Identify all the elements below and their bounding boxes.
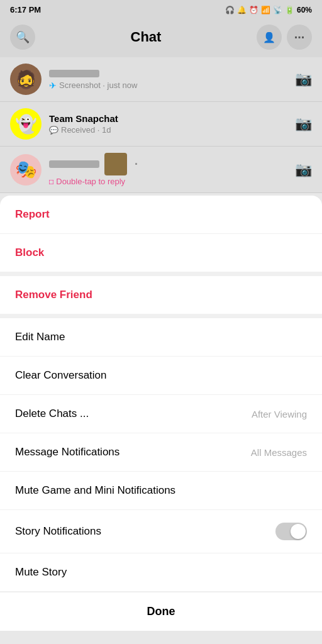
signal-icon: 📶 (261, 6, 270, 14)
top-nav: 🔍 Chat 👤 ··· (0, 19, 322, 57)
alarm-icon: ⏰ (249, 6, 258, 14)
time: 6:17 PM (10, 5, 41, 14)
chat-preview: ✈ Screenshot · just now (49, 80, 287, 91)
mute-story-menu-item[interactable]: Mute Story (0, 553, 322, 592)
story-notifications-toggle[interactable] (275, 523, 307, 540)
mute-game-menu-item[interactable]: Mute Game and Mini Notifications (0, 472, 322, 510)
block-menu-item[interactable]: Block (0, 234, 322, 272)
report-label: Report (15, 208, 50, 221)
more-icon: ··· (294, 30, 305, 45)
remove-friend-label: Remove Friend (15, 289, 92, 301)
message-notifications-value: All Messages (251, 447, 307, 458)
preview-text: Received · 1d (61, 125, 111, 135)
done-button[interactable]: Done (0, 592, 322, 631)
avatar: 👻 (10, 108, 42, 140)
status-bar: 6:17 PM 🎧 🔔 ⏰ 📶 📡 🔋 60% (0, 0, 322, 19)
chat-item[interactable]: 🎭 · □ Double-tap to reply 📷 (0, 147, 322, 193)
report-menu-item[interactable]: Report (0, 196, 322, 234)
done-label: Done (147, 605, 175, 618)
more-options-button[interactable]: ··· (287, 25, 312, 50)
blurred-name (49, 160, 99, 168)
chat-info: Team Snapchat 💬 Received · 1d (49, 113, 287, 135)
blurred-name (49, 70, 99, 77)
edit-name-label: Edit Name (15, 331, 65, 343)
chat-item[interactable]: 👻 Team Snapchat 💬 Received · 1d 📷 (0, 102, 322, 147)
nav-right-actions: 👤 ··· (257, 25, 312, 50)
clear-conversation-menu-item[interactable]: Clear Conversation (0, 357, 322, 395)
battery-icon: 🔋 (285, 6, 294, 14)
dot-indicator: · (135, 158, 138, 171)
camera-icon: 📷 (295, 71, 312, 87)
delete-chats-value: After Viewing (252, 409, 307, 419)
snap-icon: ✈ (49, 80, 57, 91)
add-friend-button[interactable]: 👤 (257, 25, 282, 50)
chat-preview: 💬 Received · 1d (49, 125, 287, 135)
camera-icon: 📷 (295, 116, 312, 132)
preview-text: Double-tap to reply (56, 177, 125, 186)
mute-game-label: Mute Game and Mini Notifications (15, 484, 175, 497)
delete-chats-menu-item[interactable]: Delete Chats ... After Viewing (0, 395, 322, 433)
remove-friend-menu-item[interactable]: Remove Friend (0, 276, 322, 314)
chat-info: · □ Double-tap to reply (49, 153, 287, 186)
edit-name-menu-item[interactable]: Edit Name (0, 318, 322, 357)
thumbnail (104, 153, 127, 175)
wifi-icon: 📡 (273, 6, 282, 14)
chat-name: · (49, 153, 287, 175)
status-icons: 🎧 🔔 ⏰ 📶 📡 🔋 60% (225, 6, 312, 14)
chat-info: ✈ Screenshot · just now (49, 69, 287, 91)
received-icon: 💬 (49, 126, 58, 135)
page-title: Chat (131, 29, 162, 45)
chat-item[interactable]: 🧔 ✈ Screenshot · just now 📷 (0, 57, 322, 102)
search-button[interactable]: 🔍 (10, 25, 35, 50)
clear-conversation-label: Clear Conversation (15, 369, 107, 382)
headphone-icon: 🎧 (225, 6, 235, 14)
chat-preview: □ Double-tap to reply (49, 177, 287, 186)
story-notifications-menu-item[interactable]: Story Notifications (0, 510, 322, 553)
context-sheet: Report Block Remove Friend Edit Name Cle… (0, 196, 322, 631)
chat-list: 🧔 ✈ Screenshot · just now 📷 👻 Team Snapc… (0, 57, 322, 193)
story-notifications-label: Story Notifications (15, 525, 101, 538)
chat-name: Team Snapchat (49, 113, 287, 124)
avatar: 🧔 (10, 64, 42, 95)
add-friend-icon: 👤 (263, 31, 275, 43)
battery-percent: 60% (297, 6, 312, 14)
block-label: Block (15, 247, 44, 259)
avatar: 🎭 (10, 154, 42, 186)
delete-chats-label: Delete Chats ... (15, 408, 89, 420)
camera-icon: 📷 (295, 162, 312, 178)
chat-name (49, 69, 287, 79)
preview-text: Screenshot · just now (59, 80, 137, 90)
notification-icon: 🔔 (237, 6, 247, 14)
search-icon: 🔍 (16, 30, 30, 44)
mute-story-label: Mute Story (15, 566, 67, 579)
message-notifications-menu-item[interactable]: Message Notifications All Messages (0, 433, 322, 472)
story-icon: □ (49, 177, 53, 186)
toggle-thumb (291, 524, 306, 539)
message-notifications-label: Message Notifications (15, 446, 119, 458)
